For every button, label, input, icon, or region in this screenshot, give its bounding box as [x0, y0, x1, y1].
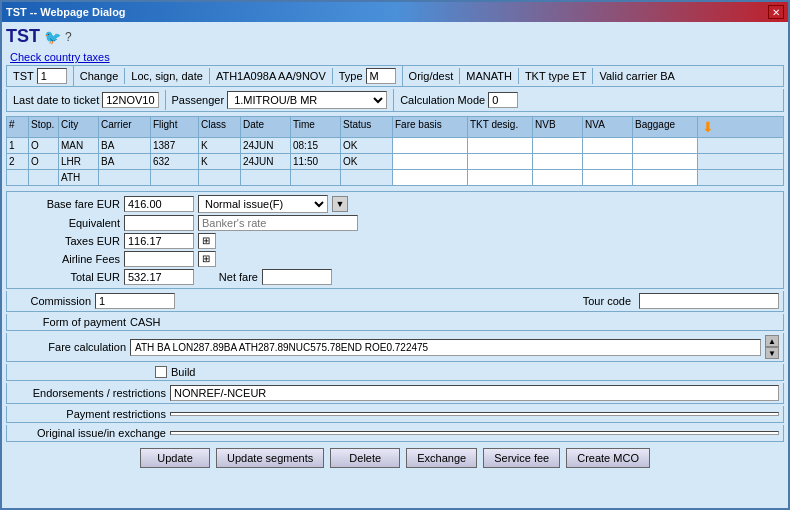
grid-header: # Stop. City Carrier Flight Class Date T… — [7, 117, 783, 138]
issue-type-select[interactable]: Normal issue(F) — [198, 195, 328, 213]
cell-nva-3[interactable] — [583, 170, 633, 185]
payment-restrictions-value[interactable] — [170, 412, 779, 416]
exchange-button[interactable]: Exchange — [406, 448, 477, 468]
tkt-type-label: TKT type — [525, 70, 569, 82]
passenger-cell: Passenger 1.MITROU/B MR — [166, 89, 395, 111]
endorsements-value[interactable]: NONREF/-NCEUR — [170, 385, 779, 401]
tour-code-input[interactable] — [639, 293, 779, 309]
help-icon[interactable]: ? — [65, 30, 72, 44]
update-button[interactable]: Update — [140, 448, 210, 468]
cell-class-3 — [199, 170, 241, 185]
table-row: ATH — [7, 170, 783, 185]
original-issue-value[interactable] — [170, 431, 779, 435]
cell-nvb-1[interactable] — [533, 138, 583, 153]
total-input[interactable] — [124, 269, 194, 285]
col-baggage: Baggage — [633, 117, 698, 137]
tour-code-label: Tour code — [583, 295, 631, 307]
service-fee-button[interactable]: Service fee — [483, 448, 560, 468]
fare-calc-scrollbar[interactable]: ▲ ▼ — [765, 335, 779, 359]
scrollbar-down[interactable]: ▼ — [765, 347, 779, 359]
taxes-grid-icon[interactable]: ⊞ — [198, 233, 216, 249]
net-fare-input[interactable] — [262, 269, 332, 285]
cell-baggage-3[interactable] — [633, 170, 698, 185]
commission-input[interactable] — [95, 293, 175, 309]
build-row: Build — [6, 364, 784, 381]
orig-dest-cell: Orig/dest — [403, 68, 461, 84]
cell-nva-1[interactable] — [583, 138, 633, 153]
cell-fare-basis-3[interactable] — [393, 170, 468, 185]
create-mco-button[interactable]: Create MCO — [566, 448, 650, 468]
fare-calc-value[interactable]: ATH BA LON287.89BA ATH287.89NUC575.78END… — [130, 339, 761, 356]
base-fare-input[interactable] — [124, 196, 194, 212]
calc-mode-cell: Calculation Mode 0 — [394, 90, 524, 110]
close-button[interactable]: ✕ — [768, 5, 784, 19]
check-country-taxes-link[interactable]: Check country taxes — [6, 51, 784, 63]
calc-mode-value: 0 — [488, 92, 518, 108]
passenger-select[interactable]: 1.MITROU/B MR — [227, 91, 387, 109]
fare-section: Base fare EUR Normal issue(F) ▼ Equivale… — [6, 191, 784, 289]
main-window: TST -- Webpage Dialog ✕ TST 🐦 ? Check co… — [0, 0, 790, 510]
cell-extra-3 — [698, 170, 718, 185]
commission-label: Commission — [11, 295, 91, 307]
cell-extra-1 — [698, 138, 718, 153]
cell-nva-2[interactable] — [583, 154, 633, 169]
cell-fare-basis-1[interactable] — [393, 138, 468, 153]
content-area: TST 🐦 ? Check country taxes TST 1 Change… — [2, 22, 788, 508]
col-city: City — [59, 117, 99, 137]
col-carrier: Carrier — [99, 117, 151, 137]
airline-fees-grid-icon[interactable]: ⊞ — [198, 251, 216, 267]
equivalent-input[interactable] — [124, 215, 194, 231]
cell-fare-basis-2[interactable] — [393, 154, 468, 169]
scrollbar-up[interactable]: ▲ — [765, 335, 779, 347]
cell-status-3 — [341, 170, 393, 185]
cell-tkt-desig-3[interactable] — [468, 170, 533, 185]
cell-stop-2: O — [29, 154, 59, 169]
endorsements-label: Endorsements / restrictions — [11, 387, 166, 399]
col-fare-basis: Fare basis — [393, 117, 468, 137]
taxes-row: Taxes EUR ⊞ — [10, 233, 780, 249]
equivalent-row: Equivalent — [10, 215, 780, 231]
payment-restrictions-label: Payment restrictions — [11, 408, 166, 420]
valid-carrier-value: BA — [660, 70, 675, 82]
cell-baggage-1[interactable] — [633, 138, 698, 153]
cell-tkt-desig-1[interactable] — [468, 138, 533, 153]
taxes-input[interactable] — [124, 233, 194, 249]
cell-nvb-2[interactable] — [533, 154, 583, 169]
update-segments-button[interactable]: Update segments — [216, 448, 324, 468]
passenger-label: Passenger — [172, 94, 225, 106]
last-date-label: Last date to ticket — [13, 94, 99, 106]
bird-icon: 🐦 — [44, 29, 61, 45]
loc-cell: Loc, sign, date — [125, 68, 210, 84]
bankers-rate-input[interactable] — [198, 215, 358, 231]
net-fare-label: Net fare — [198, 271, 258, 283]
form-payment-value: CASH — [130, 316, 161, 328]
loc-value-cell: ATH1A098A AA/9NOV — [210, 68, 333, 84]
orig-dest-label: Orig/dest — [409, 70, 454, 82]
payment-restrictions-row: Payment restrictions — [6, 406, 784, 423]
cell-city-3: ATH — [59, 170, 99, 185]
tkt-type-value: ET — [572, 70, 586, 82]
cell-city-2: LHR — [59, 154, 99, 169]
cell-nvb-3[interactable] — [533, 170, 583, 185]
col-arrow: ⬇ — [698, 117, 718, 137]
delete-button[interactable]: Delete — [330, 448, 400, 468]
cell-tkt-desig-2[interactable] — [468, 154, 533, 169]
airline-fees-row: Airline Fees ⊞ — [10, 251, 780, 267]
window-title: TST -- Webpage Dialog — [6, 6, 126, 18]
cell-baggage-2[interactable] — [633, 154, 698, 169]
calc-mode-label: Calculation Mode — [400, 94, 485, 106]
dropdown-arrow-icon[interactable]: ▼ — [332, 196, 348, 212]
col-nva: NVA — [583, 117, 633, 137]
tkt-type-cell: TKT type ET — [519, 68, 594, 84]
cell-time-3 — [291, 170, 341, 185]
fare-calc-label: Fare calculation — [11, 341, 126, 353]
cell-class-1: K — [199, 138, 241, 153]
cell-date-3 — [241, 170, 291, 185]
tst-value[interactable]: 1 — [37, 68, 67, 84]
app-title: TST — [6, 26, 40, 47]
form-payment-label: Form of payment — [11, 316, 126, 328]
last-date-value[interactable]: 12NOV10 — [102, 92, 158, 108]
build-checkbox[interactable] — [155, 366, 167, 378]
cell-status-2: OK — [341, 154, 393, 169]
airline-fees-input[interactable] — [124, 251, 194, 267]
